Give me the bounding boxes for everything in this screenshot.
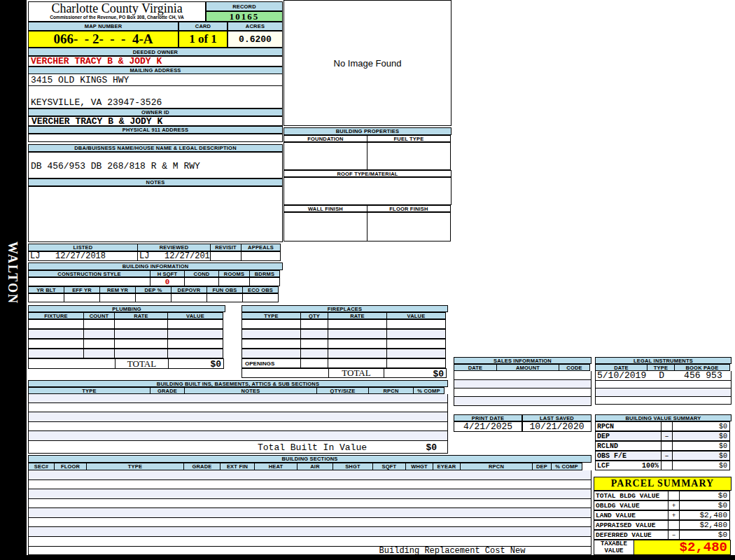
bvs-op: – — [661, 451, 673, 461]
reviewed-value: LJ 12/27/2018 — [137, 251, 211, 261]
building-sections-title: BUILDING SECTIONS — [28, 455, 592, 463]
col-date: DATE — [454, 364, 497, 371]
photo-panel: No Image Found — [284, 0, 451, 126]
col-rate: RATE — [328, 312, 387, 319]
bvs-label: RPCN — [595, 421, 662, 431]
bvs-value: $0 — [672, 431, 730, 441]
bp-label-row1: FOUNDATION FUEL TYPE — [284, 135, 451, 142]
legal-book-page: 456 953 — [676, 371, 731, 380]
ps-value: $2,480 — [679, 520, 730, 530]
roof-value — [284, 177, 451, 205]
fireplaces-total-label: TOTAL — [328, 368, 384, 378]
col-pct-comp: % COMP — [413, 387, 444, 394]
bdrms-value — [249, 277, 280, 286]
card-value: 1 of 1 — [178, 31, 227, 48]
col-grade: GRADE — [150, 387, 185, 394]
record-value: 10165 — [206, 11, 283, 22]
ps-value: $2,480 — [679, 510, 730, 520]
plumbing-cols: FIXTURE COUNT RATE VALUE — [28, 312, 225, 319]
card-label: CARD — [178, 22, 227, 31]
bvs-label: OBS F/E — [595, 451, 662, 461]
table-row — [28, 518, 592, 527]
revisit-label: REVISIT — [210, 244, 241, 251]
ps-op: + — [668, 510, 680, 520]
col-sec: SEC# — [28, 463, 55, 470]
bvs-label: DEP — [595, 431, 662, 441]
col-construction-style: CONSTRUCTION STYLE — [28, 270, 150, 277]
table-row — [28, 403, 448, 412]
mailing-address-line3: KEYSVILLE, VA 23947-3526 — [28, 97, 283, 108]
county-header: Charlotte County Virginia Commissioner o… — [28, 1, 206, 22]
table-row — [454, 371, 592, 380]
table-row — [595, 388, 732, 397]
col-pct-comp: % COMP — [551, 463, 582, 470]
plumbing-total-value: $0 — [168, 358, 224, 369]
table-row — [28, 349, 225, 358]
sales-title: SALES INFORMATION — [454, 357, 592, 364]
fireplaces-total-value: $0 — [384, 368, 447, 378]
table-row — [28, 412, 448, 422]
no-image-text: No Image Found — [334, 58, 402, 69]
ps-label: LAND VALUE — [594, 510, 668, 520]
building-info-title: BUILDING INFORMATION — [28, 262, 283, 270]
bvs-label: RCLND — [595, 441, 662, 451]
foundation-label: FOUNDATION — [284, 135, 368, 142]
col-dep: DEP — [532, 463, 552, 470]
county-title: Charlotte County Virginia — [29, 2, 205, 15]
table-row — [595, 381, 732, 388]
col-type: TYPE — [28, 387, 150, 394]
sales-rows — [454, 371, 592, 406]
table-row — [454, 380, 592, 388]
col-dep-pct: DEP % — [135, 286, 172, 293]
table-row — [28, 329, 225, 339]
col-bdrms: BDRMS — [249, 270, 280, 277]
bvs-label-lcf: LCF 100% — [595, 461, 662, 470]
map-number-value: 066- - 2- - - 4-A — [28, 31, 178, 48]
mailing-address-label: MAILING ADDRESS — [28, 66, 283, 74]
col-count: COUNT — [83, 312, 115, 319]
fireplaces-cols: TYPE QTY RATE VALUE — [241, 312, 448, 319]
col-depovr: DEPOVR — [171, 286, 207, 293]
ps-op — [668, 491, 680, 500]
deeded-owner-label: DEEDED OWNER — [28, 48, 283, 56]
table-row — [28, 480, 592, 489]
listed-value: LJ 12/27/2018 — [28, 251, 138, 261]
notes-value — [28, 186, 283, 242]
col-qty: QTY — [300, 312, 328, 319]
table-row: RPCN $0 — [595, 421, 732, 431]
table-row: APPRAISED VALUE $2,480 — [594, 520, 732, 530]
sidebar: WALTON — [0, 0, 27, 560]
mailing-address-line1: 3415 OLD KINGS HWY — [28, 74, 283, 86]
building-sections-cols: SEC# FLOOR TYPE GRADE EXT FIN HEAT AIR S… — [28, 463, 592, 470]
legal-instruments-title: LEGAL INSTRUMENTS — [595, 357, 732, 364]
taxable-value: $2,480 — [634, 540, 731, 555]
fuel-type-label: FUEL TYPE — [367, 135, 451, 142]
table-row — [241, 349, 448, 358]
building-info-cols2: YR BLT EFF YR REM YR DEP % DEPOVR FUN OB… — [28, 286, 283, 293]
bvs-value: $0 — [672, 421, 730, 431]
ps-label: DEFERRED VALUE — [594, 530, 668, 540]
legal-instrument-row: 5/10/2019 D 456 953 — [595, 371, 732, 381]
acres-value: 0.6200 — [227, 31, 283, 48]
fireplaces-rows — [241, 319, 448, 358]
rooms-value — [218, 277, 250, 286]
print-date-label: PRINT DATE — [454, 414, 522, 421]
deeded-owner-value: VERCHER TRACY B & JODY K — [28, 56, 283, 66]
table-row — [28, 394, 448, 403]
mailing-address-line2 — [28, 86, 283, 97]
fuel-type-value — [367, 142, 451, 170]
appeals-label: APPEALS — [241, 244, 281, 251]
owner-id-value: VERCHER TRACY B & JODY K — [28, 116, 283, 126]
col-fixture: FIXTURE — [28, 312, 84, 319]
ps-label: APPRAISED VALUE — [594, 520, 668, 530]
col-sqft: SQFT — [372, 463, 406, 470]
bp-label-row2: WALL FINISH FLOOR FINISH — [284, 205, 451, 212]
table-row — [28, 527, 592, 537]
table-row — [454, 397, 592, 406]
table-row: OBS F/E – $0 — [595, 451, 732, 461]
revisit-value — [210, 251, 241, 261]
col-eyear: EYEAR — [433, 463, 461, 470]
taxable-label: TAXABLE VALUE — [594, 540, 634, 555]
ps-value: $0 — [679, 530, 730, 540]
col-value: VALUE — [386, 312, 446, 319]
